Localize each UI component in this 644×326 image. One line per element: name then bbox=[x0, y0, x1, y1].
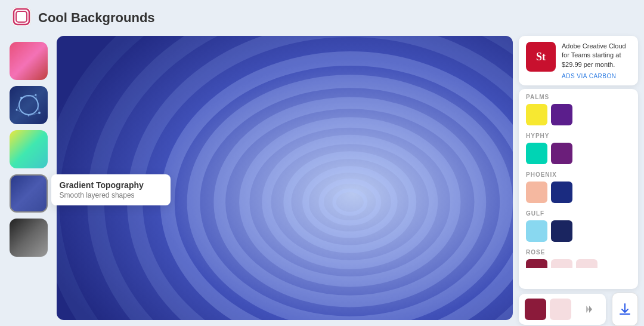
ad-content: Adobe Creative Cloud for Teams starting … bbox=[562, 42, 631, 79]
palette-rose-label: ROSE bbox=[526, 249, 631, 256]
color-controls bbox=[519, 294, 606, 325]
palette-gulf: GULF bbox=[526, 210, 631, 242]
page-title: Cool Backgrounds bbox=[38, 10, 155, 26]
sidebar: Gradient Topography Smooth layered shape… bbox=[0, 36, 57, 326]
swatch-gulf-1[interactable] bbox=[526, 220, 547, 242]
app-icon bbox=[12, 7, 31, 29]
palette-phoenix-label: PHOENIX bbox=[526, 171, 631, 178]
palette-palms-swatches bbox=[526, 104, 631, 125]
swatch-palms-1[interactable] bbox=[526, 104, 547, 125]
active-thumbnail-container: Gradient Topography Smooth layered shape… bbox=[10, 174, 48, 213]
download-button[interactable] bbox=[612, 293, 638, 326]
svg-line-11 bbox=[17, 110, 29, 116]
toolbar-swatch-1[interactable] bbox=[525, 299, 546, 320]
svg-line-10 bbox=[36, 95, 39, 113]
palette-gulf-label: GULF bbox=[526, 210, 631, 217]
palette-rose-swatches bbox=[526, 259, 631, 268]
swatch-hyphy-2[interactable] bbox=[551, 143, 572, 164]
ad-logo[interactable]: St bbox=[526, 42, 556, 72]
thumbnail-green-gradient[interactable] bbox=[10, 130, 48, 168]
toolbar-swatch-2[interactable] bbox=[550, 299, 571, 320]
thumbnail-navy-stars[interactable] bbox=[10, 86, 48, 124]
svg-marker-26 bbox=[589, 306, 592, 313]
thumbnail-topo-gradient[interactable] bbox=[10, 174, 48, 213]
ad-banner: St Adobe Creative Cloud for Teams starti… bbox=[519, 36, 638, 85]
swatch-rose-2[interactable] bbox=[551, 259, 572, 268]
swatch-gulf-2[interactable] bbox=[551, 220, 572, 242]
palette-gulf-swatches bbox=[526, 220, 631, 242]
palette-hyphy: HYPHY bbox=[526, 133, 631, 164]
palette-phoenix-swatches bbox=[526, 182, 631, 203]
thumbnail-tooltip: Gradient Topography Smooth layered shape… bbox=[51, 174, 171, 205]
thumbnail-bw-texture[interactable] bbox=[10, 219, 48, 257]
palette-hyphy-swatches bbox=[526, 143, 631, 164]
palette-scroll[interactable]: PALMS HYPHY PHOENIX bbox=[519, 89, 638, 268]
palette-panel: PALMS HYPHY PHOENIX bbox=[519, 89, 638, 289]
swatch-rose-selected[interactable] bbox=[576, 259, 597, 268]
shuffle-button[interactable] bbox=[578, 299, 600, 320]
svg-line-12 bbox=[29, 113, 39, 116]
palette-hyphy-label: HYPHY bbox=[526, 133, 631, 139]
palette-palms-label: PALMS bbox=[526, 94, 631, 100]
tooltip-subtitle: Smooth layered shapes bbox=[60, 191, 162, 199]
palette-palms: PALMS bbox=[526, 94, 631, 125]
palette-rose: ROSE bbox=[526, 249, 631, 268]
main-layout: Gradient Topography Smooth layered shape… bbox=[0, 36, 644, 326]
ad-description: Adobe Creative Cloud for Teams starting … bbox=[562, 42, 631, 69]
bottom-row bbox=[519, 293, 638, 326]
palette-phoenix: PHOENIX bbox=[526, 171, 631, 203]
swatch-phoenix-2[interactable] bbox=[551, 182, 572, 203]
thumbnail-pink-gradient[interactable] bbox=[10, 42, 48, 80]
svg-marker-27 bbox=[586, 306, 589, 313]
swatch-phoenix-1[interactable] bbox=[526, 182, 547, 203]
svg-line-8 bbox=[21, 95, 36, 98]
swatch-rose-1[interactable] bbox=[526, 259, 547, 268]
ad-cta[interactable]: ADS VIA CARBON bbox=[562, 73, 631, 79]
app-header: Cool Backgrounds bbox=[0, 0, 644, 36]
svg-line-9 bbox=[17, 98, 21, 110]
swatch-hyphy-1[interactable] bbox=[526, 143, 547, 164]
tooltip-title: Gradient Topography bbox=[60, 180, 162, 190]
svg-point-3 bbox=[20, 97, 23, 99]
right-panel: St Adobe Creative Cloud for Teams starti… bbox=[519, 36, 638, 326]
swatch-palms-2[interactable] bbox=[551, 104, 572, 125]
